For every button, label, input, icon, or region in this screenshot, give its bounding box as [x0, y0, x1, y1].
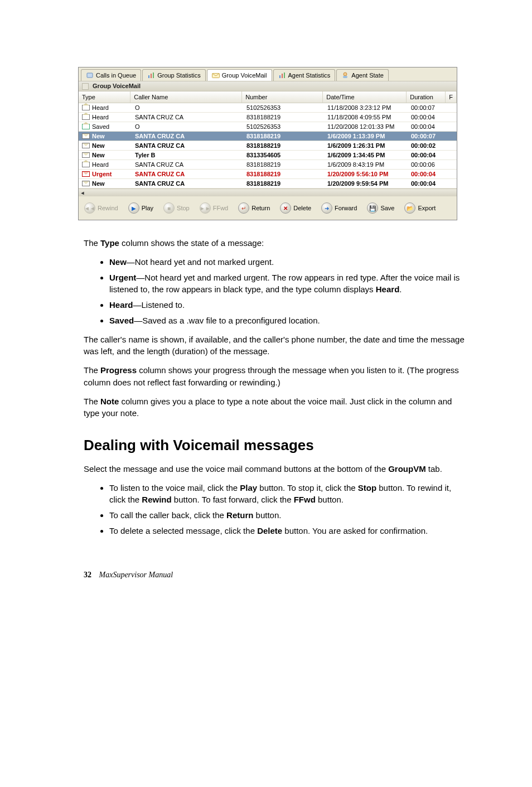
text: button. [316, 495, 344, 504]
tab-calls-in-queue[interactable]: Calls in Queue [81, 69, 141, 81]
document-body: The Type column shows the state of a mes… [84, 237, 465, 537]
envelope-icon [82, 133, 90, 139]
col-header-dur[interactable]: Duration [407, 91, 446, 103]
return-icon: ↵ [238, 202, 249, 214]
voicemail-icon [212, 71, 220, 79]
table-row[interactable]: NewSANTA CRUZ CA83181882191/6/2009 1:26:… [79, 141, 457, 151]
list-item: Urgent—Not heard yet and marked urgent. … [109, 272, 465, 296]
cell-caller: SANTA CRUZ CA [132, 170, 243, 178]
col-header-number[interactable]: Number [242, 91, 323, 103]
app-screenshot: Calls in Queue Group Statistics Group Vo… [78, 67, 457, 220]
list-item: New—Not heard yet and not marked urgent. [109, 256, 465, 268]
cell-date: 1/6/2009 1:26:31 PM [324, 141, 408, 150]
save-button[interactable]: 💾 Save [365, 201, 399, 215]
text-bold: New [109, 257, 127, 267]
cell-dur: 00:00:06 [408, 160, 447, 169]
svg-rect-9 [343, 76, 347, 78]
cell-type: Heard [79, 160, 132, 169]
forward-button[interactable]: ➜ Forward [319, 201, 361, 215]
text-bold: GroupVM [388, 464, 426, 474]
cell-date: 1/6/2009 8:43:19 PM [324, 160, 408, 169]
cell-f [447, 135, 457, 137]
cell-type: Saved [79, 122, 132, 131]
horizontal-scrollbar[interactable]: ◄ [79, 189, 457, 196]
grid-body: HeardO510252635311/18/2008 3:23:12 PM00:… [79, 103, 457, 189]
text: button. To fast forward, click the [172, 495, 294, 504]
svg-rect-2 [151, 74, 152, 78]
export-button[interactable]: 📂 Export [402, 201, 440, 215]
cell-type: Heard [79, 113, 132, 122]
ffwd-button[interactable]: ►► FFwd [197, 201, 233, 215]
tab-agent-state[interactable]: Agent State [336, 69, 389, 81]
table-row[interactable]: HeardSANTA CRUZ CA831818821911/18/2008 4… [79, 113, 457, 122]
type-label: New [92, 142, 105, 149]
text: To delete a selected message, click the [109, 526, 257, 535]
rewind-button[interactable]: ◄◄ Rewind [82, 201, 123, 215]
cell-f [447, 163, 457, 166]
button-label: Return [252, 205, 270, 211]
forward-icon: ➜ [321, 202, 332, 214]
table-row[interactable]: SavedO510252635311/20/2008 12:01:33 PM00… [79, 122, 457, 132]
paragraph-note: The Note column gives you a place to typ… [84, 395, 465, 420]
play-button[interactable]: ▶ Play [126, 201, 158, 215]
text: The [84, 365, 100, 375]
tab-group-voicemail[interactable]: Group VoiceMail [207, 69, 272, 81]
button-label: Export [418, 205, 436, 211]
delete-button[interactable]: ✕ Delete [278, 201, 316, 215]
col-header-type[interactable]: Type [79, 91, 130, 103]
rewind-icon: ◄◄ [84, 202, 95, 214]
type-label: New [92, 180, 105, 187]
cell-number: 8318188219 [243, 179, 324, 188]
type-label: New [92, 133, 105, 139]
col-header-caller[interactable]: Caller Name [130, 91, 242, 103]
text-bold: Play [240, 483, 257, 493]
cell-dur: 00:00:04 [408, 179, 447, 188]
cell-date: 11/18/2008 4:09:55 PM [324, 113, 408, 122]
type-label: Heard [92, 114, 109, 120]
svg-rect-5 [279, 75, 280, 78]
stop-button[interactable]: ■ Stop [161, 201, 194, 215]
envelope-icon [82, 162, 90, 167]
return-button[interactable]: ↵ Return [236, 201, 274, 215]
text: column gives you a place to type a note … [84, 397, 452, 418]
cell-date: 1/20/2009 9:59:54 PM [324, 179, 408, 188]
table-row[interactable]: NewTyler B83133546051/6/2009 1:34:45 PM0… [79, 151, 457, 160]
cell-f [447, 182, 457, 185]
text: —Saved as a .wav file to a preconfigured… [134, 316, 320, 325]
envelope-icon [82, 181, 90, 186]
col-header-f[interactable]: F [446, 91, 457, 103]
cell-date: 1/6/2009 1:13:39 PM [324, 132, 408, 141]
table-row[interactable]: NewSANTA CRUZ CA83181882191/20/2009 9:59… [79, 179, 457, 189]
tab-group-statistics[interactable]: Group Statistics [142, 69, 206, 81]
text: button. You are asked for confirmation. [282, 526, 428, 535]
paragraph-type-column: The Type column shows the state of a mes… [84, 237, 465, 249]
scroll-left-icon[interactable]: ◄ [79, 190, 86, 196]
table-row[interactable]: UrgentSANTA CRUZ CA83181882191/20/2009 5… [79, 170, 457, 179]
type-label: Saved [92, 123, 109, 130]
cell-number: 8318188219 [243, 113, 324, 122]
type-definitions-list: New—Not heard yet and not marked urgent.… [84, 256, 465, 327]
text: To call the caller back, click the [109, 510, 226, 520]
cell-f [447, 154, 457, 156]
col-header-date[interactable]: Date/Time [323, 91, 407, 103]
svg-rect-3 [153, 73, 154, 78]
table-row[interactable]: HeardSANTA CRUZ CA83181882191/6/2009 8:4… [79, 160, 457, 170]
cell-number: 5102526353 [243, 122, 324, 131]
cell-dur: 00:00:07 [408, 132, 447, 141]
table-row[interactable]: HeardO510252635311/18/2008 3:23:12 PM00:… [79, 103, 457, 113]
text: To listen to the voice mail, click the [109, 483, 240, 493]
tab-agent-statistics[interactable]: Agent Statistics [273, 69, 336, 81]
tab-label: Agent State [351, 72, 384, 79]
button-label: Delete [293, 205, 311, 211]
cell-caller: SANTA CRUZ CA [132, 141, 243, 150]
command-buttons-list: To listen to the voice mail, click the P… [84, 482, 465, 537]
paragraph-select-message: Select the message and use the voice mai… [84, 463, 465, 475]
cell-type: New [79, 179, 132, 188]
list-item: Heard—Listened to. [109, 299, 465, 311]
text-bold: Urgent [109, 273, 136, 282]
table-row[interactable]: NewSANTA CRUZ CA83181882191/6/2009 1:13:… [79, 132, 457, 141]
text-bold: Saved [109, 316, 134, 325]
cell-f [447, 107, 457, 109]
svg-rect-6 [282, 74, 283, 78]
cell-type: New [79, 141, 132, 150]
